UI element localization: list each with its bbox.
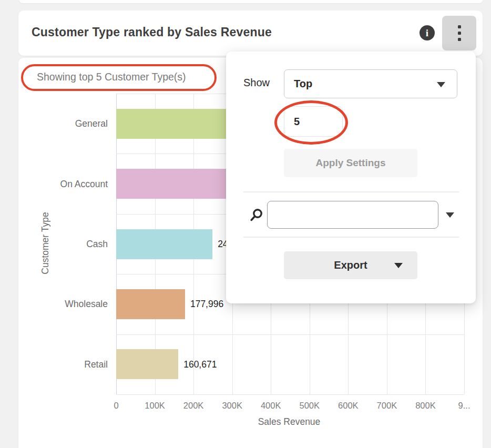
search-chevron-down-icon[interactable] — [446, 212, 454, 218]
category-label: Retail — [29, 359, 108, 370]
bar-wholesale[interactable] — [116, 289, 185, 319]
y-gridline — [116, 334, 464, 335]
chevron-down-icon — [437, 82, 445, 87]
bar-value-label: 177,996 — [190, 299, 223, 310]
page: Customer Type ranked by Sales Revenue i … — [0, 0, 491, 448]
x-tick-label: 300K — [222, 401, 242, 411]
x-tick-label: 800K — [415, 401, 436, 411]
export-button-label: Export — [334, 259, 367, 271]
red-ellipse-annotation-note — [21, 64, 217, 91]
category-label: General — [29, 118, 108, 129]
red-ellipse-annotation-count — [274, 100, 348, 145]
show-dropdown-value: Top — [294, 78, 312, 90]
x-tick-label: 200K — [183, 401, 204, 411]
x-tick-label: 400K — [261, 401, 281, 411]
divider — [243, 191, 459, 192]
x-tick-label: 700K — [377, 401, 397, 411]
x-tick-label: 500K — [299, 401, 320, 411]
apply-settings-button[interactable]: Apply Settings — [284, 149, 417, 177]
category-label: Wholesale — [29, 299, 108, 310]
divider — [243, 237, 459, 238]
x-tick-label: 0 — [114, 401, 118, 411]
x-tick-label: 9... — [458, 401, 470, 411]
x-tick-label: 100K — [145, 401, 165, 411]
show-label: Show — [243, 77, 270, 89]
y-axis-title: Customer Type — [40, 207, 51, 280]
settings-popup: Show Top 5 Apply Settings Export — [226, 52, 476, 303]
export-chevron-down-icon — [394, 263, 403, 268]
export-button[interactable]: Export — [284, 251, 417, 279]
search-icon — [249, 208, 264, 222]
category-label: On Account — [29, 179, 108, 190]
y-gridline — [116, 394, 464, 395]
search-input[interactable] — [267, 201, 438, 229]
show-dropdown[interactable]: Top — [284, 69, 457, 98]
x-tick-label: 600K — [338, 401, 359, 411]
bar-retail[interactable] — [116, 349, 178, 379]
x-axis-title: Sales Revenue — [231, 416, 347, 427]
bar-cash[interactable] — [116, 229, 212, 259]
bar-value-label: 160,671 — [183, 359, 217, 370]
